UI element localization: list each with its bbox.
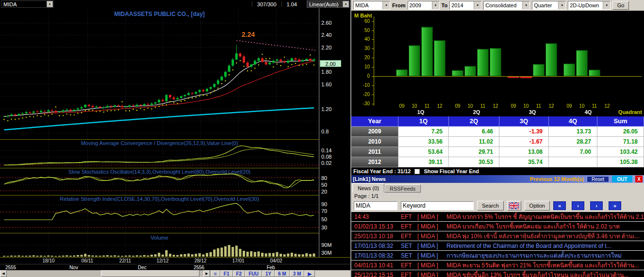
to-year-value: 2014 bbox=[450, 2, 474, 8]
date-tick-label: 22/11 bbox=[115, 258, 136, 263]
price-axis-label: 1.20 bbox=[321, 106, 331, 112]
news-item-source: EFT bbox=[401, 233, 417, 240]
indicator-axis-label: 90 bbox=[321, 201, 327, 207]
indicator-axis-label: 0.02 bbox=[321, 160, 331, 166]
table-year-cell[interactable]: 2011 bbox=[351, 147, 398, 157]
symbol-selector[interactable]: MIDA ▼ bbox=[1, 0, 53, 8]
toolbar-button-7[interactable]: ▶ bbox=[304, 270, 315, 277]
news-item[interactable]: 14:43EFT[ MIDA ]MIDA บวกกว่า 5% โบรกฯ ชี… bbox=[351, 212, 644, 222]
chevron-down-icon[interactable]: ▼ bbox=[558, 1, 565, 9]
chevron-down-icon[interactable]: ▼ bbox=[432, 1, 439, 9]
tab-rssfeeds[interactable]: RSSFeeds bbox=[384, 184, 421, 193]
symbol-combobox[interactable]: MIDA ▼ bbox=[353, 1, 390, 10]
chevron-down-icon[interactable]: ▼ bbox=[343, 1, 349, 7]
out-button[interactable]: OUT bbox=[612, 176, 632, 182]
close-icon[interactable]: X bbox=[635, 176, 643, 182]
toolbar-button-6[interactable]: 3 M bbox=[290, 270, 305, 277]
toolbar-button-1[interactable]: F1 bbox=[220, 270, 233, 277]
toolbar-button-4[interactable]: 1Y bbox=[262, 270, 275, 277]
bar-year-label: 12 bbox=[545, 103, 557, 109]
quadrant-label: Quadrant bbox=[618, 109, 642, 115]
news-window-title: [Link1] News bbox=[353, 176, 386, 182]
table-value-cell: 7.00 bbox=[549, 147, 597, 157]
reset-button[interactable]: Reset bbox=[587, 176, 609, 182]
news-item-symbol: [ MIDA ] bbox=[417, 233, 446, 240]
prev-page-button[interactable]: ‹ bbox=[572, 201, 584, 210]
toolbar-button-5[interactable]: 6 M bbox=[275, 270, 290, 277]
price-chart-area[interactable]: MIDAASSETS PUBLIC CO., [day] Moving Aver… bbox=[0, 8, 350, 257]
quarter-group-label: 3Q bbox=[523, 109, 542, 115]
bar-y-tick: 0 bbox=[355, 73, 370, 79]
language-flag-icon[interactable] bbox=[507, 201, 521, 211]
indicator-axis-label: 50 bbox=[321, 182, 327, 188]
to-year-combobox[interactable]: 2014 ▼ bbox=[449, 1, 481, 10]
chevron-down-icon[interactable]: ▼ bbox=[522, 1, 529, 9]
fiscal-checkbox[interactable] bbox=[414, 169, 420, 174]
to-label: To bbox=[442, 2, 448, 8]
scroll-left-icon[interactable]: ◀ bbox=[0, 270, 7, 277]
volume-panel-title: Volume bbox=[0, 235, 319, 241]
news-titlebar[interactable]: [Link1] News Previous 12 Month(s) Reset … bbox=[351, 175, 644, 183]
earnings-chart-area[interactable]: M Baht Quadrant 6050403020100-10-20-3009… bbox=[351, 11, 644, 116]
chart-toolbar: ◀ ▶ ≡F1F2FUU1Y6 M3 M▶ bbox=[0, 270, 350, 277]
table-year-cell[interactable]: 2009 bbox=[351, 127, 398, 137]
earnings-bar-canvas[interactable] bbox=[351, 11, 644, 116]
go-button[interactable]: Go bbox=[612, 1, 629, 10]
toolbar-button-2[interactable]: F2 bbox=[233, 270, 246, 277]
bar-year-label: 11 bbox=[421, 103, 433, 109]
keyword-input[interactable] bbox=[401, 201, 474, 210]
from-year-combobox[interactable]: 2009 ▼ bbox=[408, 1, 440, 10]
chevron-down-icon[interactable]: ▼ bbox=[603, 1, 610, 9]
toolbar-button-0[interactable]: ≡ bbox=[211, 270, 220, 277]
chevron-down-icon[interactable]: ▼ bbox=[382, 1, 390, 9]
table-year-cell[interactable]: 2010 bbox=[351, 137, 398, 147]
last-page-button[interactable]: » bbox=[609, 201, 621, 210]
price-chart-canvas[interactable] bbox=[0, 8, 319, 257]
table-value-cell: 28.27 bbox=[549, 137, 597, 147]
table-value-cell: 53.64 bbox=[398, 147, 449, 157]
period-value: Quarter bbox=[532, 2, 558, 8]
search-button[interactable]: Search bbox=[477, 201, 504, 211]
news-item[interactable]: 04/01/13 10:41EFT[ MIDA ]MIDA ทะยาน 5วัน… bbox=[351, 261, 644, 270]
price-axis-label: 2.60 bbox=[321, 20, 331, 26]
table-header-cell: 3Q bbox=[499, 116, 549, 127]
chevron-down-icon[interactable]: ▼ bbox=[474, 1, 481, 9]
option-button[interactable]: Option bbox=[525, 201, 550, 211]
news-item-source: SET bbox=[401, 243, 417, 249]
bar-y-tick: -30 bbox=[355, 101, 370, 106]
table-header-cell: 2Q bbox=[449, 116, 499, 127]
scale-mode-selector[interactable]: Linear(Auto) ▼ bbox=[307, 0, 349, 8]
price-change-value: 1.04 bbox=[287, 1, 297, 7]
scroll-right-icon[interactable]: ▶ bbox=[203, 270, 210, 277]
table-header-cell: Year bbox=[351, 116, 398, 127]
bar-y-tick: -20 bbox=[355, 92, 370, 97]
table-year-cell[interactable]: 2012 bbox=[351, 157, 398, 167]
news-item[interactable]: 25/01/13 10:18EFT[ MIDA ]MIDA พุ่ง 10% เ… bbox=[351, 231, 644, 241]
news-item[interactable]: 01/02/13 15:13EFT[ MIDA ]MIDA บวกเกือบ7%… bbox=[351, 222, 644, 231]
rsi-panel-title: Relative Strength Index(CLOSE,14,30,70),… bbox=[0, 196, 319, 202]
divider bbox=[281, 1, 282, 7]
news-item-datetime: 14:43 bbox=[354, 213, 401, 220]
chevron-down-icon[interactable]: ▼ bbox=[47, 1, 53, 7]
toolbar-button-3[interactable]: FUU bbox=[245, 270, 262, 277]
next-page-button[interactable]: › bbox=[590, 201, 603, 210]
period-combobox[interactable]: Quarter ▼ bbox=[532, 1, 566, 10]
indicator-axis-label: 90M bbox=[321, 242, 331, 248]
tab-news[interactable]: News (0) bbox=[352, 183, 384, 193]
news-item-source: EFT bbox=[401, 272, 417, 277]
news-item[interactable]: 17/01/13 08:32SET[ MIDA ]Retirement of t… bbox=[351, 241, 644, 251]
scrollbar-track[interactable] bbox=[7, 270, 203, 277]
news-item[interactable]: 25/12/12 15:15EFT[ MIDA ]MIDA ขยับขึ้นอี… bbox=[351, 270, 644, 277]
indicator-axis-label: 80 bbox=[321, 175, 327, 181]
scrollbar-thumb[interactable] bbox=[101, 270, 199, 277]
first-page-button[interactable]: « bbox=[553, 201, 566, 210]
chart-style-combobox[interactable]: 2D-UpDown ▼ bbox=[568, 1, 611, 10]
news-item[interactable]: 17/01/13 08:32SET[ MIDA ]การเกษียณอายุขอ… bbox=[351, 251, 644, 261]
consolidated-combobox[interactable]: Consolidated ▼ bbox=[483, 1, 530, 10]
symbol-input[interactable] bbox=[354, 201, 397, 210]
chart-h-scrollbar[interactable]: ◀ ▶ bbox=[0, 270, 211, 277]
table-value-cell: 11.02 bbox=[449, 137, 499, 147]
bar-year-label: 10 bbox=[464, 103, 476, 109]
fiscal-year-row: Fiscal Year End : 31/12 Show Fiscal Year… bbox=[351, 167, 644, 175]
news-item-symbol: [ MIDA ] bbox=[417, 262, 446, 269]
